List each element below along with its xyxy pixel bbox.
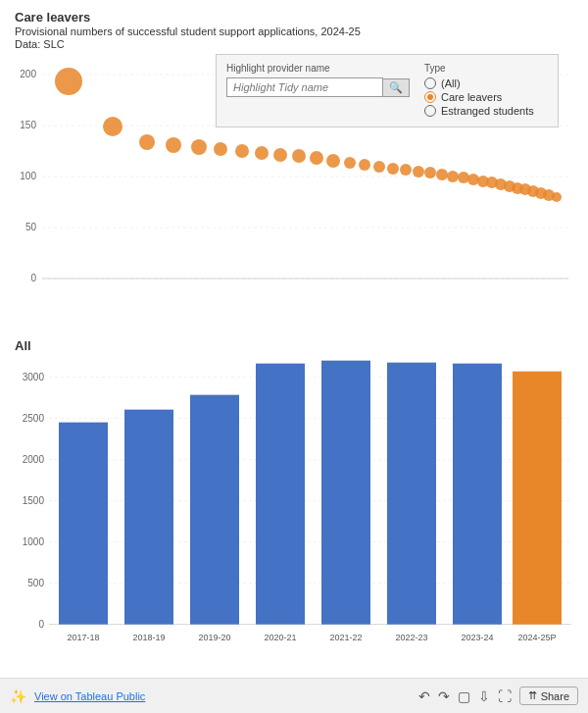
svg-point-27 xyxy=(413,166,424,178)
svg-point-18 xyxy=(273,148,287,162)
bar-2022-23 xyxy=(387,363,436,625)
svg-point-11 xyxy=(103,117,122,136)
bar-2018-19 xyxy=(124,410,173,625)
svg-text:1500: 1500 xyxy=(23,495,45,506)
svg-text:0: 0 xyxy=(38,619,44,630)
svg-text:100: 100 xyxy=(20,171,36,181)
svg-point-14 xyxy=(191,139,207,155)
provider-search-input[interactable] xyxy=(226,77,383,97)
radio-circle-estranged xyxy=(424,105,436,117)
svg-point-15 xyxy=(214,142,227,156)
main-container: Care leavers Provisional numbers of succ… xyxy=(0,0,588,713)
svg-text:2000: 2000 xyxy=(23,454,45,465)
bar-chart: 3000 2500 2000 1500 1000 500 0 2017-18 2… xyxy=(0,357,588,678)
svg-point-31 xyxy=(458,172,469,183)
radio-circle-care-leavers xyxy=(424,91,436,103)
svg-point-20 xyxy=(310,151,323,165)
filter-box: Highlight provider name 🔍 Type (All) xyxy=(216,54,559,127)
footer: ✨ View on Tableau Public ↶ ↷ ▢ ⇩ ⛶ ⇈ Sha… xyxy=(0,678,588,713)
svg-point-17 xyxy=(255,146,269,160)
bar-section-label: All xyxy=(0,334,588,357)
chart-title: Care leavers xyxy=(15,10,573,25)
radio-label-care-leavers: Care leavers xyxy=(441,91,502,103)
svg-point-28 xyxy=(424,167,436,178)
svg-point-16 xyxy=(235,144,249,158)
svg-point-24 xyxy=(373,161,385,173)
redo-button[interactable]: ↷ xyxy=(438,688,450,704)
svg-text:2022-23: 2022-23 xyxy=(395,633,427,642)
svg-text:50: 50 xyxy=(25,222,37,232)
footer-controls: ↶ ↷ ▢ ⇩ ⛶ ⇈ Share xyxy=(418,687,578,705)
svg-text:2017-18: 2017-18 xyxy=(67,633,99,642)
bar-2020-21 xyxy=(256,364,305,625)
bar-2019-20 xyxy=(190,395,239,625)
svg-text:2500: 2500 xyxy=(23,413,45,424)
svg-text:500: 500 xyxy=(27,578,44,588)
svg-point-12 xyxy=(139,134,155,150)
svg-text:0: 0 xyxy=(30,273,36,283)
download-button[interactable]: ⇩ xyxy=(478,688,490,704)
share-button[interactable]: ⇈ Share xyxy=(519,687,578,705)
svg-text:3000: 3000 xyxy=(23,372,45,382)
radio-circle-all xyxy=(424,77,436,89)
svg-text:2020-21: 2020-21 xyxy=(264,633,296,642)
svg-point-42 xyxy=(552,192,562,202)
radio-all[interactable]: (All) xyxy=(424,77,548,89)
share-label: Share xyxy=(541,690,569,702)
bar-2024-25p xyxy=(513,372,562,625)
provider-filter-label: Highlight provider name xyxy=(226,63,410,74)
share-icon: ⇈ xyxy=(528,689,537,702)
radio-care-leavers[interactable]: Care leavers xyxy=(424,91,548,103)
type-options: (All) Care leavers Estranged students xyxy=(424,77,548,119)
search-button[interactable]: 🔍 xyxy=(383,78,410,97)
svg-text:150: 150 xyxy=(20,120,36,130)
svg-point-30 xyxy=(447,171,459,182)
svg-point-10 xyxy=(55,68,82,95)
svg-point-29 xyxy=(436,169,448,180)
svg-text:2018-19: 2018-19 xyxy=(132,633,165,642)
chart-subtitle: Provisional numbers of successful studen… xyxy=(15,25,573,37)
svg-text:1000: 1000 xyxy=(23,536,45,547)
svg-point-13 xyxy=(166,137,181,153)
svg-text:2023-24: 2023-24 xyxy=(461,633,493,642)
svg-point-23 xyxy=(359,159,370,171)
bar-chart-svg: 3000 2500 2000 1500 1000 500 0 2017-18 2… xyxy=(15,357,573,678)
tableau-icon: ✨ xyxy=(10,688,26,704)
svg-text:2024-25P: 2024-25P xyxy=(517,633,556,642)
view-tableau-link[interactable]: View on Tableau Public xyxy=(34,690,411,702)
svg-point-26 xyxy=(400,164,412,176)
chart-area: Care leavers Provisional numbers of succ… xyxy=(0,0,588,334)
radio-label-estranged: Estranged students xyxy=(441,105,534,117)
svg-text:200: 200 xyxy=(20,69,36,79)
svg-point-32 xyxy=(467,174,479,185)
type-filter-label: Type xyxy=(424,63,548,74)
reset-button[interactable]: ▢ xyxy=(458,688,470,704)
bar-2021-22 xyxy=(321,361,370,625)
bar-2023-24 xyxy=(453,364,502,625)
radio-label-all: (All) xyxy=(441,77,461,89)
svg-point-21 xyxy=(326,154,340,168)
svg-point-19 xyxy=(292,149,306,163)
undo-button[interactable]: ↶ xyxy=(418,688,430,704)
svg-text:2021-22: 2021-22 xyxy=(329,633,362,642)
svg-point-25 xyxy=(387,163,399,175)
svg-point-22 xyxy=(344,157,356,169)
svg-text:2019-20: 2019-20 xyxy=(198,633,230,642)
data-source: Data: SLC xyxy=(15,38,573,50)
bar-2017-18 xyxy=(59,423,108,625)
radio-estranged[interactable]: Estranged students xyxy=(424,105,548,117)
fullscreen-button[interactable]: ⛶ xyxy=(498,688,512,704)
